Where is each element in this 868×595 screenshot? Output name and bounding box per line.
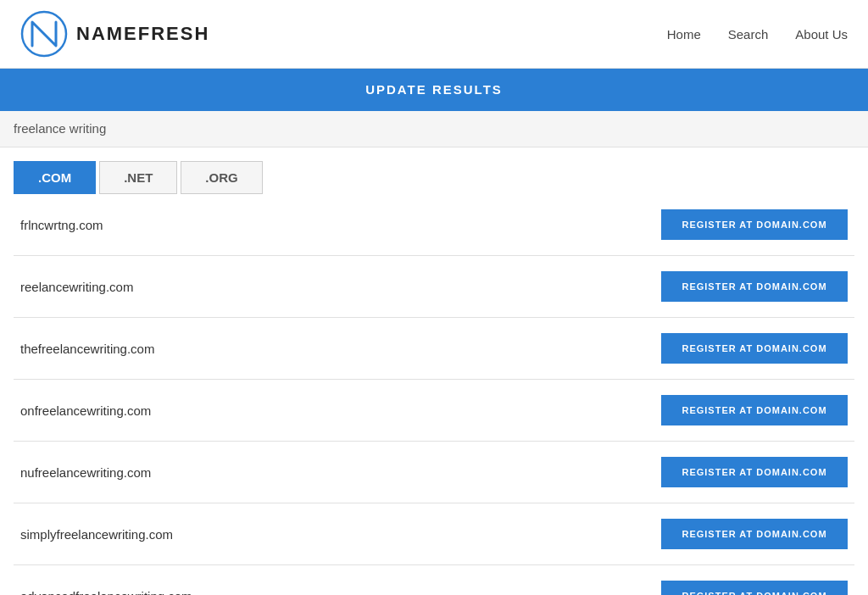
- logo-text: NAMEFRESH: [76, 23, 209, 45]
- register-button[interactable]: REGISTER AT DOMAIN.COM: [661, 209, 848, 240]
- table-row: nufreelancewriting.comREGISTER AT DOMAIN…: [14, 442, 854, 503]
- register-button[interactable]: REGISTER AT DOMAIN.COM: [661, 519, 848, 549]
- tab-com[interactable]: .COM: [14, 161, 96, 194]
- nav-home[interactable]: Home: [667, 27, 701, 42]
- namefresh-logo-icon: [20, 10, 68, 58]
- register-button[interactable]: REGISTER AT DOMAIN.COM: [661, 457, 848, 487]
- tab-org[interactable]: .ORG: [181, 161, 262, 194]
- update-results-label: UPDATE RESULTS: [365, 82, 503, 97]
- domain-name: frlncwrtng.com: [20, 218, 103, 232]
- domain-name: simplyfreelancewriting.com: [20, 527, 173, 542]
- table-row: advancedfreelancewriting.comREGISTER AT …: [14, 565, 854, 595]
- register-button[interactable]: REGISTER AT DOMAIN.COM: [661, 333, 848, 364]
- table-row: simplyfreelancewriting.comREGISTER AT DO…: [14, 503, 854, 565]
- update-results-bar[interactable]: UPDATE RESULTS: [0, 69, 868, 111]
- register-button[interactable]: REGISTER AT DOMAIN.COM: [661, 271, 848, 302]
- domain-name: nufreelancewriting.com: [20, 465, 151, 480]
- domain-name: reelancewriting.com: [20, 280, 133, 294]
- search-input[interactable]: [14, 121, 854, 136]
- domain-name: thefreelancewriting.com: [20, 342, 154, 356]
- table-row: onfreelancewriting.comREGISTER AT DOMAIN…: [14, 380, 854, 442]
- domain-name: onfreelancewriting.com: [20, 403, 151, 418]
- results-container: frlncwrtng.comREGISTER AT DOMAIN.COMreel…: [0, 194, 868, 595]
- domain-name: advancedfreelancewriting.com: [20, 589, 192, 596]
- register-button[interactable]: REGISTER AT DOMAIN.COM: [661, 581, 848, 595]
- table-row: reelancewriting.comREGISTER AT DOMAIN.CO…: [14, 256, 854, 318]
- table-row: frlncwrtng.comREGISTER AT DOMAIN.COM: [14, 194, 854, 256]
- tab-net[interactable]: .NET: [99, 161, 177, 194]
- table-row: thefreelancewriting.comREGISTER AT DOMAI…: [14, 318, 854, 380]
- register-button[interactable]: REGISTER AT DOMAIN.COM: [661, 395, 848, 425]
- logo-area: NAMEFRESH: [20, 10, 209, 58]
- nav-about[interactable]: About Us: [795, 27, 848, 42]
- tabs-container: .COM .NET .ORG: [0, 147, 868, 194]
- nav-search[interactable]: Search: [728, 27, 769, 42]
- header: NAMEFRESH Home Search About Us: [0, 0, 868, 69]
- main-nav: Home Search About Us: [667, 27, 848, 42]
- search-bar-container: [0, 111, 868, 147]
